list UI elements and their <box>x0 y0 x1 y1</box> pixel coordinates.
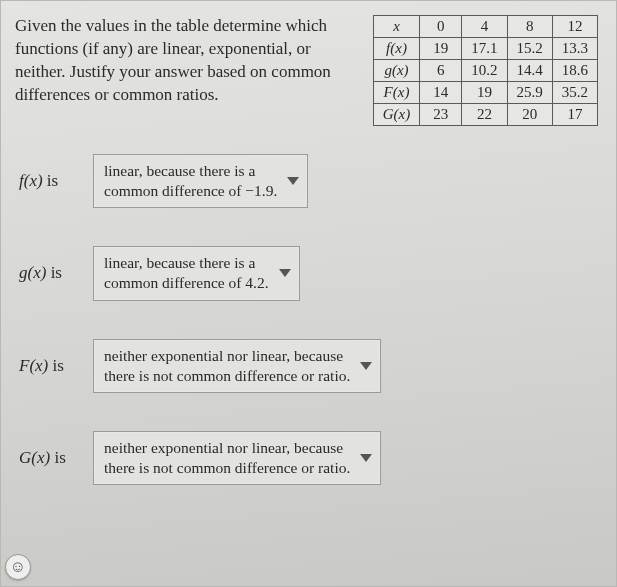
function-name: G(x) <box>19 448 50 467</box>
dropdown-text-line: neither exponential nor linear, because <box>104 438 350 458</box>
answer-row-cap-f: F(x) is neither exponential nor linear, … <box>19 339 598 393</box>
question-prompt: Given the values in the table determine … <box>15 15 363 107</box>
table-cell: 19 <box>462 82 507 104</box>
table-cell: 6 <box>420 60 462 82</box>
answer-dropdown-cap-g[interactable]: neither exponential nor linear, because … <box>93 431 381 485</box>
dropdown-text-line: there is not common difference or ratio. <box>104 458 350 478</box>
table-row: g(x) 6 10.2 14.4 18.6 <box>373 60 597 82</box>
table-cell: 19 <box>420 38 462 60</box>
function-label: F(x) is <box>19 356 83 376</box>
is-word: is <box>53 356 64 375</box>
answer-row-g: g(x) is linear, because there is a commo… <box>19 246 598 300</box>
chevron-down-icon <box>287 177 299 185</box>
chevron-down-icon <box>360 454 372 462</box>
table-cell: 25.9 <box>507 82 552 104</box>
table-cell: 23 <box>420 104 462 126</box>
is-word: is <box>54 448 65 467</box>
table-cell: 18.6 <box>552 60 597 82</box>
answer-row-f: f(x) is linear, because there is a commo… <box>19 154 598 208</box>
dropdown-text-line: linear, because there is a <box>104 161 277 181</box>
table-cell: 13.3 <box>552 38 597 60</box>
function-label: G(x) is <box>19 448 83 468</box>
table-cell: 10.2 <box>462 60 507 82</box>
answer-dropdown-cap-f[interactable]: neither exponential nor linear, because … <box>93 339 381 393</box>
function-name: g(x) <box>19 263 46 282</box>
chevron-down-icon <box>279 269 291 277</box>
data-table: x 0 4 8 12 f(x) 19 17.1 15.2 13.3 g(x) 6… <box>373 15 598 126</box>
table-cell: 20 <box>507 104 552 126</box>
answers-section: f(x) is linear, because there is a commo… <box>15 154 598 485</box>
table-row-label: g(x) <box>373 60 419 82</box>
table-cell: 14.4 <box>507 60 552 82</box>
table-cell: 22 <box>462 104 507 126</box>
table-row-label: G(x) <box>373 104 419 126</box>
table-cell: 0 <box>420 16 462 38</box>
dropdown-text-line: there is not common difference or ratio. <box>104 366 350 386</box>
dropdown-text-line: neither exponential nor linear, because <box>104 346 350 366</box>
answer-dropdown-g[interactable]: linear, because there is a common differ… <box>93 246 300 300</box>
table-row: F(x) 14 19 25.9 35.2 <box>373 82 597 104</box>
table-cell: 17.1 <box>462 38 507 60</box>
table-row-label: f(x) <box>373 38 419 60</box>
dropdown-text-line: common difference of 4.2. <box>104 273 269 293</box>
function-label: f(x) is <box>19 171 83 191</box>
table-row: x 0 4 8 12 <box>373 16 597 38</box>
dropdown-text-line: linear, because there is a <box>104 253 269 273</box>
answer-row-cap-g: G(x) is neither exponential nor linear, … <box>19 431 598 485</box>
table-row: f(x) 19 17.1 15.2 13.3 <box>373 38 597 60</box>
chevron-down-icon <box>360 362 372 370</box>
top-row: Given the values in the table determine … <box>15 15 598 126</box>
table-header-var: x <box>373 16 419 38</box>
is-word: is <box>51 263 62 282</box>
table-row-label: F(x) <box>373 82 419 104</box>
answer-dropdown-f[interactable]: linear, because there is a common differ… <box>93 154 308 208</box>
table-cell: 4 <box>462 16 507 38</box>
function-label: g(x) is <box>19 263 83 283</box>
function-name: F(x) <box>19 356 48 375</box>
table-cell: 17 <box>552 104 597 126</box>
table-cell: 35.2 <box>552 82 597 104</box>
table-cell: 8 <box>507 16 552 38</box>
table-cell: 14 <box>420 82 462 104</box>
question-card: Given the values in the table determine … <box>0 0 617 587</box>
function-name: f(x) <box>19 171 43 190</box>
help-icon: ☺ <box>10 558 26 576</box>
dropdown-text-line: common difference of −1.9. <box>104 181 277 201</box>
table-cell: 15.2 <box>507 38 552 60</box>
help-button[interactable]: ☺ <box>5 554 31 580</box>
is-word: is <box>47 171 58 190</box>
table-row: G(x) 23 22 20 17 <box>373 104 597 126</box>
table-cell: 12 <box>552 16 597 38</box>
